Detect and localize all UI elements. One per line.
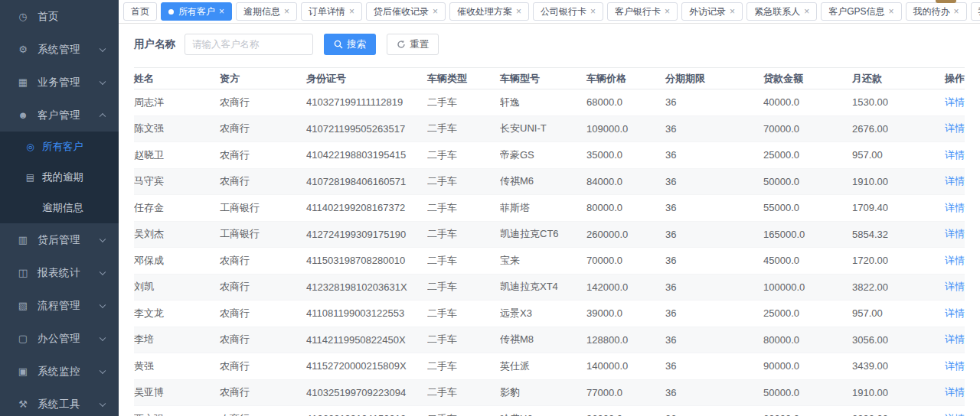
cell-vehicle_type: 二手车 xyxy=(427,168,500,195)
cell-name: 黄强 xyxy=(134,353,220,380)
gear-icon: ⚙ xyxy=(17,44,29,55)
search-form: 用户名称 搜索 重置 xyxy=(134,33,965,56)
cell-action: 详情 xyxy=(942,168,965,195)
close-icon[interactable]: × xyxy=(804,7,809,16)
close-icon[interactable]: × xyxy=(219,7,224,16)
detail-link[interactable]: 详情 xyxy=(945,149,965,161)
cell-vehicle_type: 二手车 xyxy=(427,195,500,222)
close-icon[interactable]: × xyxy=(590,7,596,16)
sidebar-item-业务管理[interactable]: ▦业务管理 xyxy=(0,66,119,99)
cell-monthly: 3056.00 xyxy=(852,327,942,353)
sidebar-item-报表统计[interactable]: ◫报表统计 xyxy=(0,256,119,289)
column-header-月还款: 月还款 xyxy=(852,68,942,89)
table-row: 刘凯农商行41232819810203631X二手车凯迪拉克XT4142000.… xyxy=(134,274,965,301)
cell-id_number: 41232819810203631X xyxy=(306,274,427,301)
tab-label: 贷后催收记录 xyxy=(374,5,429,18)
reset-button[interactable]: 重置 xyxy=(387,34,439,55)
sidebar-subitem-所有客户[interactable]: ◎所有客户 xyxy=(0,132,119,162)
report-icon: ◫ xyxy=(17,267,29,278)
cell-term: 36 xyxy=(665,168,763,195)
tab-我的待办[interactable]: 我的待办× xyxy=(906,2,967,21)
sidebar-item-首页[interactable]: ◷首页 xyxy=(0,0,119,33)
sidebar-item-办公管理[interactable]: ▢办公管理 xyxy=(0,322,119,355)
chevron-down-icon xyxy=(100,78,106,84)
cell-action: 详情 xyxy=(942,142,965,169)
cell-name: 吴刘杰 xyxy=(134,221,220,248)
chevron-up-icon xyxy=(100,112,106,119)
close-icon[interactable]: × xyxy=(349,7,354,16)
detail-link[interactable]: 详情 xyxy=(945,386,965,398)
process-icon: ▧ xyxy=(17,300,29,311)
tab-label: 公司银行卡 xyxy=(541,5,586,18)
sidebar-subitem-我的逾期[interactable]: ▤我的逾期 xyxy=(0,162,119,193)
sidebar-item-label: 办公管理 xyxy=(38,332,80,346)
close-icon[interactable]: × xyxy=(665,7,670,16)
cell-id_number: 410728198406160571 xyxy=(306,168,427,195)
close-icon[interactable]: × xyxy=(888,7,893,16)
sidebar-subitem-label: 逾期信息 xyxy=(42,201,83,215)
table-header-row: 姓名资方身份证号车辆类型车辆型号车辆价格分期期限贷款金额月还款操作 xyxy=(134,68,965,89)
tab-客户银行卡[interactable]: 客户银行卡× xyxy=(607,2,678,21)
table-row: 吴刘杰工商银行412724199309175190二手车凯迪拉克CT626000… xyxy=(134,221,965,248)
sidebar-item-系统管理[interactable]: ⚙系统管理 xyxy=(0,33,119,66)
tab-label: 客户银行卡 xyxy=(615,5,661,18)
tab-外访记录[interactable]: 外访记录× xyxy=(681,2,743,21)
sidebar-item-客户管理[interactable]: ☻客户管理 xyxy=(0,99,119,132)
close-icon[interactable]: × xyxy=(433,7,438,16)
cell-vehicle_type: 二手车 xyxy=(427,353,500,380)
cell-funder: 工商银行 xyxy=(220,221,306,248)
detail-link[interactable]: 详情 xyxy=(945,175,965,187)
tab-label: 首页 xyxy=(131,5,149,18)
sidebar-item-label: 系统管理 xyxy=(38,43,80,57)
tab-label: 订单详情 xyxy=(309,5,345,18)
detail-link[interactable]: 详情 xyxy=(945,122,965,134)
detail-link[interactable]: 详情 xyxy=(945,202,965,213)
cell-funder: 农商行 xyxy=(220,274,306,301)
main-area: 首页所有客户×逾期信息×订单详情×贷后催收记录×催收处理方案×公司银行卡×客户银… xyxy=(119,0,980,416)
tab-催收处理方案[interactable]: 催收处理方案× xyxy=(449,2,529,21)
detail-link[interactable]: 详情 xyxy=(945,228,965,239)
close-icon[interactable]: × xyxy=(954,7,959,16)
tab-我的流程[interactable]: 我的流程× xyxy=(971,2,980,21)
cell-term: 36 xyxy=(665,301,763,327)
cell-loan: 45000.0 xyxy=(763,248,852,275)
cell-vehicle_type: 二手车 xyxy=(427,274,500,301)
column-header-姓名: 姓名 xyxy=(134,68,220,89)
tab-所有客户[interactable]: 所有客户× xyxy=(161,2,232,21)
tab-首页[interactable]: 首页 xyxy=(123,2,157,21)
table-body: 周志洋农商行410327199111112819二手车轩逸68000.03640… xyxy=(134,89,965,416)
search-input[interactable] xyxy=(185,34,313,55)
search-button[interactable]: 搜索 xyxy=(324,34,376,55)
sidebar-item-label: 系统监控 xyxy=(38,365,80,379)
tab-逾期信息[interactable]: 逾期信息× xyxy=(236,2,297,21)
tab-贷后催收记录[interactable]: 贷后催收记录× xyxy=(366,2,446,21)
sidebar-item-系统监控[interactable]: ▣系统监控 xyxy=(0,355,119,388)
cell-action: 详情 xyxy=(942,301,965,327)
cell-id_number: 410422198803195415 xyxy=(306,142,427,169)
cell-id_number: 410325199709223094 xyxy=(306,379,427,406)
close-icon[interactable]: × xyxy=(516,7,521,16)
cell-vehicle_type: 二手车 xyxy=(427,327,500,353)
detail-link[interactable]: 详情 xyxy=(945,307,965,319)
tab-订单详情[interactable]: 订单详情× xyxy=(301,2,362,21)
close-icon[interactable]: × xyxy=(284,7,289,16)
detail-link[interactable]: 详情 xyxy=(945,281,965,292)
tab-客户GPS信息[interactable]: 客户GPS信息× xyxy=(821,2,901,21)
detail-link[interactable]: 详情 xyxy=(945,333,965,345)
detail-link[interactable]: 详情 xyxy=(945,360,965,372)
sidebar-subitem-逾期信息[interactable]: 逾期信息 xyxy=(0,193,119,223)
sidebar-item-系统工具[interactable]: ⚒系统工具 xyxy=(0,388,119,416)
detail-link[interactable]: 详情 xyxy=(945,255,965,266)
detail-link[interactable]: 详情 xyxy=(945,413,965,416)
cell-model: 哈弗H6 xyxy=(500,406,586,416)
detail-link[interactable]: 详情 xyxy=(945,96,965,108)
cell-price: 140000.0 xyxy=(586,353,665,380)
cell-loan: 50000.0 xyxy=(763,379,852,406)
sidebar-item-贷后管理[interactable]: ▥贷后管理 xyxy=(0,223,119,256)
sidebar-item-流程管理[interactable]: ▧流程管理 xyxy=(0,289,119,322)
tab-紧急联系人[interactable]: 紧急联系人× xyxy=(746,2,817,21)
cell-price: 260000.0 xyxy=(586,221,665,248)
close-icon[interactable]: × xyxy=(730,7,735,16)
tab-公司银行卡[interactable]: 公司银行卡× xyxy=(533,2,603,21)
chevron-down-icon xyxy=(100,367,106,373)
